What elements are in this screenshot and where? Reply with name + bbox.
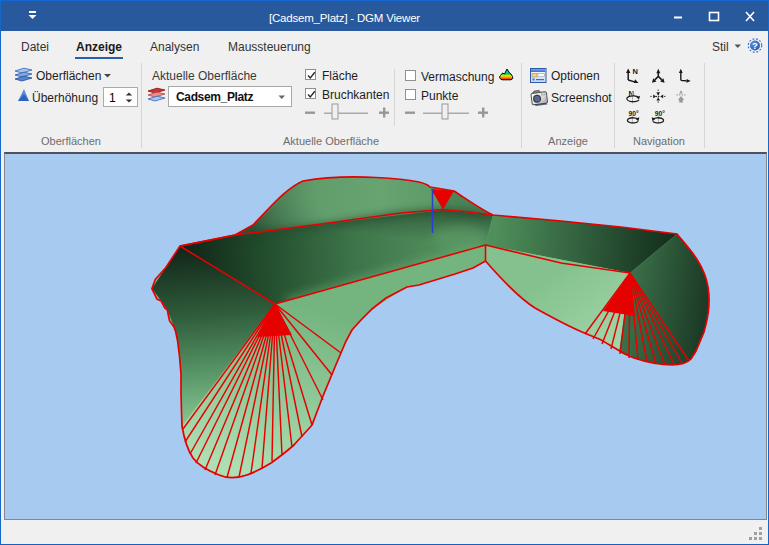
svg-text:N: N	[633, 67, 638, 76]
svg-text:90°: 90°	[655, 110, 665, 117]
svg-text:?: ?	[752, 40, 758, 51]
svg-text:90°: 90°	[629, 110, 639, 117]
